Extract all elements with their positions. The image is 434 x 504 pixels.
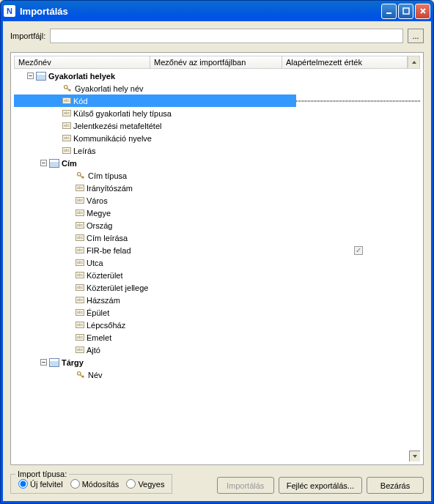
tree-label: Ajtó <box>87 346 100 355</box>
field-icon: abc <box>76 259 84 266</box>
expander-icon[interactable]: − <box>27 73 34 79</box>
tree-label: Város <box>87 196 108 205</box>
tree-row[interactable]: abcMegye <box>14 207 420 219</box>
tree-label: Lépcsőház <box>87 321 125 330</box>
tree-row[interactable]: abcKülső gyakorlati hely típusa <box>14 107 420 119</box>
tree-label: Cím típusa <box>88 171 127 180</box>
import-file-input[interactable] <box>50 29 403 43</box>
tree-label: Ország <box>87 221 112 230</box>
tree-row[interactable]: abcFIR-be felad✓ <box>14 244 420 256</box>
tree-label: Utca <box>87 259 103 267</box>
tree-row[interactable]: Gyakorlati hely név <box>14 82 420 94</box>
maximize-button[interactable] <box>398 4 413 19</box>
tree-label: Kommunikáció nyelve <box>73 134 152 143</box>
tree-label: Megye <box>87 209 111 218</box>
table-icon <box>49 358 59 367</box>
tree-row[interactable]: abcAjtó <box>14 344 420 356</box>
tree-label: Házszám <box>87 296 120 305</box>
tree-row[interactable]: abcÉpület <box>14 306 420 319</box>
tree-label: Név <box>88 371 103 379</box>
tree-row[interactable]: abcLeírás <box>14 144 420 157</box>
field-icon: abc <box>62 122 71 129</box>
field-icon: abc <box>76 297 84 303</box>
minimize-button[interactable] <box>381 4 397 19</box>
field-icon: abc <box>76 185 84 191</box>
radio-new[interactable]: Új felvitel <box>18 479 63 489</box>
svg-rect-0 <box>386 12 391 14</box>
tree-row[interactable]: abcUtca <box>14 256 420 269</box>
tree-row[interactable]: abcVáros <box>14 194 420 207</box>
tree-row[interactable]: abcLépcsőház <box>14 319 420 331</box>
import-button[interactable]: Importálás <box>217 477 274 494</box>
expander-icon[interactable]: − <box>40 160 47 166</box>
field-icon: abc <box>76 272 84 278</box>
tree-label: Épület <box>87 308 109 317</box>
tree-row[interactable]: abcKözterület jellege <box>14 281 420 294</box>
tree-row[interactable]: abcEmelet <box>14 331 420 344</box>
tree-row[interactable]: abcJelentkezési metafeltétel <box>14 119 420 132</box>
field-icon: abc <box>76 247 84 253</box>
tree-label: Cím leírása <box>87 234 128 242</box>
field-icon: abc <box>62 97 71 104</box>
tree-label: Gyakorlati hely név <box>75 84 144 93</box>
field-icon: abc <box>76 210 84 216</box>
tree-row[interactable]: abcIrányítószám <box>14 182 420 194</box>
field-icon: abc <box>76 309 84 316</box>
tree-row[interactable]: abcKommunikáció nyelve <box>14 132 420 144</box>
table-icon <box>36 72 46 81</box>
tree-row[interactable]: abcHázszám <box>14 294 420 306</box>
col-fieldname[interactable]: Mezőnév <box>15 56 150 68</box>
svg-rect-1 <box>403 8 409 14</box>
tree-row[interactable]: abcKözterület <box>14 269 420 281</box>
tree-label: Leírás <box>73 147 96 155</box>
tree-label: Külső gyakorlati hely típusa <box>73 109 172 118</box>
tree-label: FIR-be felad <box>87 246 131 255</box>
field-icon: abc <box>76 222 84 229</box>
app-icon: N <box>4 5 15 17</box>
key-icon <box>76 371 86 379</box>
export-header-button[interactable]: Fejléc exportálás... <box>279 477 362 494</box>
tree-label: Gyakorlati helyek <box>48 72 115 81</box>
tree-header: Mezőnév Mezőnév az importfájlban Alapért… <box>14 56 420 69</box>
radio-modify[interactable]: Módosítás <box>70 479 119 489</box>
table-icon <box>49 159 59 168</box>
browse-button[interactable]: ... <box>408 29 424 43</box>
import-type-group: Import típusa: Új felvitel Módosítás Veg… <box>10 474 172 494</box>
tree-row[interactable]: −Gyakorlati helyek <box>14 70 420 82</box>
tree-label: Emelet <box>87 333 111 342</box>
tree-label: Tárgy <box>62 358 84 367</box>
window-title: Importálás <box>20 6 68 17</box>
titlebar: N Importálás <box>1 1 433 21</box>
tree-row[interactable]: Cím típusa <box>14 169 420 182</box>
tree-row[interactable]: Név <box>14 368 420 381</box>
close-button[interactable] <box>415 4 430 19</box>
tree-row[interactable]: abcCím leírása <box>14 231 420 244</box>
field-icon: abc <box>76 284 84 291</box>
tree-label: Cím <box>62 159 77 168</box>
field-icon: abc <box>76 334 84 341</box>
expander-icon[interactable]: − <box>40 359 47 366</box>
radio-mixed[interactable]: Vegyes <box>126 479 164 489</box>
tree-row[interactable]: abcKód <box>14 94 420 107</box>
field-icon: abc <box>62 135 71 141</box>
scroll-down-button[interactable] <box>409 451 420 462</box>
key-icon <box>62 84 73 93</box>
tree-label: Közterület jellege <box>87 284 148 292</box>
tree-row[interactable]: −Tárgy <box>14 356 420 368</box>
field-icon: abc <box>62 110 71 116</box>
field-icon: abc <box>76 197 84 204</box>
scroll-up-button[interactable] <box>408 56 419 68</box>
close-dialog-button[interactable]: Bezárás <box>367 477 424 494</box>
field-icon: abc <box>76 346 84 353</box>
import-type-title: Import típusa: <box>15 470 69 478</box>
col-default[interactable]: Alapértelmezett érték <box>282 56 408 68</box>
import-file-label: Importfájl: <box>10 32 45 40</box>
tree-row[interactable]: −Cím <box>14 157 420 169</box>
tree-label: Kód <box>73 97 88 105</box>
key-icon <box>76 171 86 180</box>
checkbox-icon: ✓ <box>354 246 363 255</box>
tree-row[interactable]: abcOrszág <box>14 219 420 231</box>
tree-label: Irányítószám <box>87 184 133 193</box>
field-icon: abc <box>76 234 84 241</box>
col-importname[interactable]: Mezőnév az importfájlban <box>150 56 282 68</box>
